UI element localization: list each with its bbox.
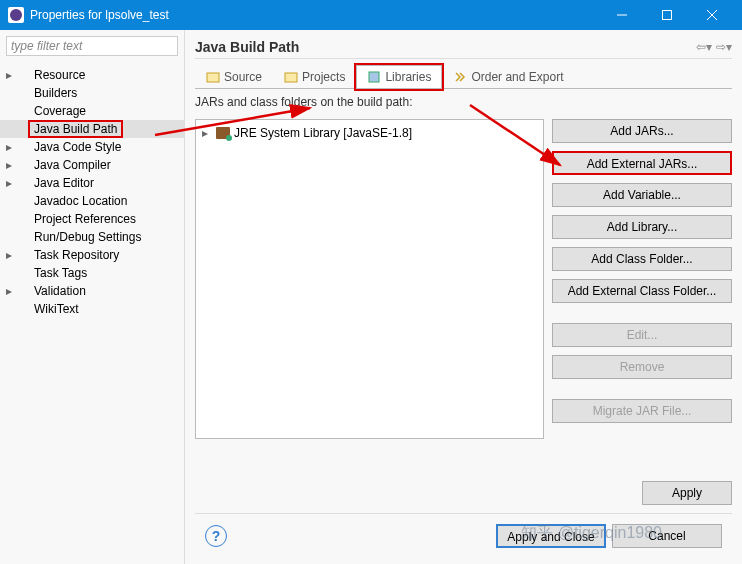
tab-icon (206, 70, 220, 84)
add-class-folder-button[interactable]: Add Class Folder... (552, 247, 732, 271)
remove-button[interactable]: Remove (552, 355, 732, 379)
nav-icons: ⇦▾ ⇨▾ (696, 39, 732, 55)
apply-and-close-button[interactable]: Apply and Close (496, 524, 606, 548)
apply-button[interactable]: Apply (642, 481, 732, 505)
tab-libraries[interactable]: Libraries (356, 65, 442, 88)
tab-label: Order and Export (471, 70, 563, 84)
tab-order-and-export[interactable]: Order and Export (442, 65, 574, 88)
svg-rect-1 (662, 11, 671, 20)
migrate-button[interactable]: Migrate JAR File... (552, 399, 732, 423)
tab-projects[interactable]: Projects (273, 65, 356, 88)
tab-icon (284, 70, 298, 84)
sidebar: ▸ResourceBuildersCoverageJava Build Path… (0, 30, 185, 564)
sidebar-item-task-repository[interactable]: ▸Task Repository (0, 246, 184, 264)
svg-rect-6 (369, 72, 379, 82)
add-library-button[interactable]: Add Library... (552, 215, 732, 239)
library-icon (216, 127, 230, 139)
eclipse-icon (8, 7, 24, 23)
sidebar-item-project-references[interactable]: Project References (0, 210, 184, 228)
tab-icon (453, 70, 467, 84)
sidebar-item-label: Task Repository (32, 247, 121, 263)
sidebar-item-java-editor[interactable]: ▸Java Editor (0, 174, 184, 192)
chevron-right-icon[interactable]: ▸ (202, 126, 212, 140)
sidebar-item-builders[interactable]: Builders (0, 84, 184, 102)
chevron-right-icon[interactable]: ▸ (4, 178, 14, 188)
chevron-right-icon[interactable]: ▸ (4, 286, 14, 296)
sidebar-item-label: Java Editor (32, 175, 96, 191)
sidebar-item-wikitext[interactable]: WikiText (0, 300, 184, 318)
sidebar-item-label: Java Code Style (32, 139, 123, 155)
tabs: SourceProjectsLibrariesOrder and Export (195, 65, 732, 89)
sidebar-item-validation[interactable]: ▸Validation (0, 282, 184, 300)
filter-input[interactable] (6, 36, 178, 56)
tree-item-jre[interactable]: ▸ JRE System Library [JavaSE-1.8] (200, 124, 539, 142)
tree-item-label: JRE System Library [JavaSE-1.8] (234, 126, 412, 140)
button-column: Add JARs... Add External JARs... Add Var… (552, 119, 732, 473)
sidebar-item-javadoc-location[interactable]: Javadoc Location (0, 192, 184, 210)
close-button[interactable] (689, 0, 734, 30)
sidebar-item-java-build-path[interactable]: Java Build Path (0, 120, 184, 138)
sidebar-item-label: Coverage (32, 103, 88, 119)
tab-label: Source (224, 70, 262, 84)
add-external-class-folder-button[interactable]: Add External Class Folder... (552, 279, 732, 303)
svg-rect-5 (285, 73, 297, 82)
sidebar-item-label: Task Tags (32, 265, 89, 281)
chevron-right-icon[interactable]: ▸ (4, 250, 14, 260)
forward-icon[interactable]: ⇨▾ (716, 39, 732, 55)
sidebar-item-task-tags[interactable]: Task Tags (0, 264, 184, 282)
sidebar-tree: ▸ResourceBuildersCoverageJava Build Path… (0, 62, 184, 564)
sidebar-item-label: Run/Debug Settings (32, 229, 143, 245)
minimize-button[interactable] (599, 0, 644, 30)
sidebar-item-label: Java Compiler (32, 157, 113, 173)
sidebar-item-coverage[interactable]: Coverage (0, 102, 184, 120)
add-jars-button[interactable]: Add JARs... (552, 119, 732, 143)
tab-label: Libraries (385, 70, 431, 84)
tab-source[interactable]: Source (195, 65, 273, 88)
jars-label: JARs and class folders on the build path… (195, 95, 732, 109)
sidebar-item-label: WikiText (32, 301, 81, 317)
help-icon[interactable]: ? (205, 525, 227, 547)
sidebar-item-label: Resource (32, 67, 87, 83)
sidebar-item-label: Javadoc Location (32, 193, 129, 209)
footer: ? Apply and Close Cancel (195, 513, 732, 558)
sidebar-item-java-compiler[interactable]: ▸Java Compiler (0, 156, 184, 174)
sidebar-item-label: Java Build Path (32, 121, 119, 137)
svg-rect-4 (207, 73, 219, 82)
chevron-right-icon[interactable]: ▸ (4, 160, 14, 170)
sidebar-item-run-debug-settings[interactable]: Run/Debug Settings (0, 228, 184, 246)
window-title: Properties for lpsolve_test (30, 8, 599, 22)
tab-label: Projects (302, 70, 345, 84)
add-variable-button[interactable]: Add Variable... (552, 183, 732, 207)
maximize-button[interactable] (644, 0, 689, 30)
titlebar: Properties for lpsolve_test (0, 0, 742, 30)
edit-button[interactable]: Edit... (552, 323, 732, 347)
sidebar-item-label: Project References (32, 211, 138, 227)
window-controls (599, 0, 734, 30)
sidebar-item-label: Validation (32, 283, 88, 299)
page-title: Java Build Path (195, 39, 696, 55)
cancel-button[interactable]: Cancel (612, 524, 722, 548)
chevron-right-icon[interactable]: ▸ (4, 142, 14, 152)
tab-icon (367, 70, 381, 84)
sidebar-item-java-code-style[interactable]: ▸Java Code Style (0, 138, 184, 156)
sidebar-item-label: Builders (32, 85, 79, 101)
jar-tree[interactable]: ▸ JRE System Library [JavaSE-1.8] (195, 119, 544, 439)
add-external-jars-button[interactable]: Add External JARs... (552, 151, 732, 175)
back-icon[interactable]: ⇦▾ (696, 39, 712, 55)
chevron-right-icon[interactable]: ▸ (4, 70, 14, 80)
main-panel: Java Build Path ⇦▾ ⇨▾ SourceProjectsLibr… (185, 30, 742, 564)
sidebar-item-resource[interactable]: ▸Resource (0, 66, 184, 84)
